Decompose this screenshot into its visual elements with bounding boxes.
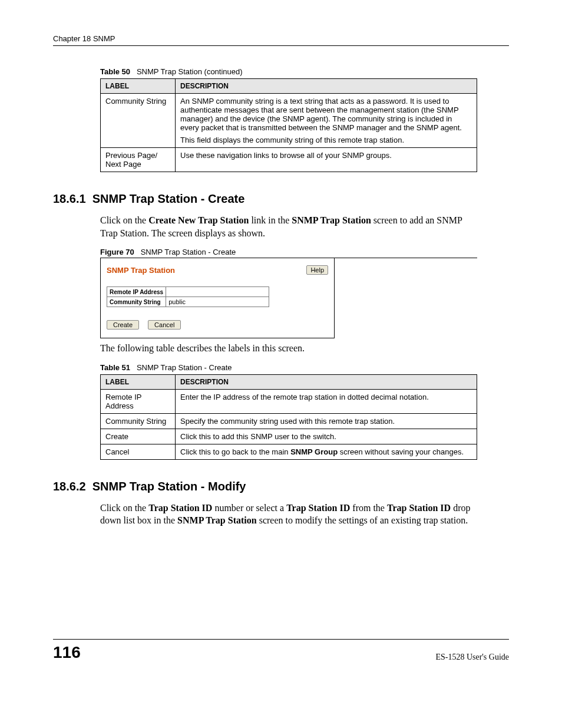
table51-caption: Table 51 SNMP Trap Station - Create: [100, 363, 509, 372]
table-row: Previous Page/ Next Page Use these navig…: [101, 148, 477, 172]
cell-desc: Click this to go back to the main SNMP G…: [176, 444, 477, 459]
cell-label: Remote IP Address: [101, 389, 176, 413]
table-row: Community String An SNMP community strin…: [101, 94, 477, 148]
cell-desc: Click this to add this SNMP user to the …: [176, 429, 477, 444]
cell-label: Previous Page/ Next Page: [101, 148, 176, 172]
figure70-caption: Figure 70 SNMP Trap Station - Create: [100, 248, 477, 258]
section2-paragraph: Click on the Trap Station ID number or s…: [100, 502, 477, 527]
table51-intro: The following table describes the labels…: [100, 342, 477, 355]
table-row: Community String Specify the community s…: [101, 413, 477, 429]
page-footer: 116 ES-1528 User's Guide: [53, 639, 509, 662]
table50: LABEL DESCRIPTION Community String An SN…: [100, 78, 477, 172]
cell-label: Create: [101, 429, 176, 444]
cell-desc: Enter the IP address of the remote trap …: [176, 389, 477, 413]
table-row: Create Click this to add this SNMP user …: [101, 429, 477, 444]
table50-caption: Table 50 SNMP Trap Station (continued): [100, 67, 509, 76]
table-header-row: LABEL DESCRIPTION: [101, 374, 477, 389]
cell-desc: Specify the community string used with t…: [176, 413, 477, 429]
table-header-row: LABEL DESCRIPTION: [101, 79, 477, 94]
screenshot-snmp-trap-station-create: SNMP Trap Station Help Remote IP Address…: [100, 258, 335, 338]
chapter-label: Chapter 18 SNMP: [53, 34, 115, 43]
th-label: LABEL: [101, 79, 176, 94]
label-remote-ip: Remote IP Address: [107, 287, 166, 297]
table-row: Cancel Click this to go back to the main…: [101, 444, 477, 459]
table-row: Remote IP Address Enter the IP address o…: [101, 389, 477, 413]
cell-desc: An SNMP community string is a text strin…: [176, 94, 477, 148]
create-button[interactable]: Create: [107, 320, 139, 330]
form-table: Remote IP Address Community String: [107, 286, 269, 307]
page-header: Chapter 18 SNMP: [53, 34, 509, 46]
cell-label: Cancel: [101, 444, 176, 459]
label-community-string: Community String: [107, 297, 166, 307]
cell-label: Community String: [101, 413, 176, 429]
section-heading-create: 18.6.1 SNMP Trap Station - Create: [53, 192, 509, 206]
help-button[interactable]: Help: [306, 265, 328, 275]
th-description: DESCRIPTION: [176, 374, 477, 389]
community-string-input[interactable]: [167, 298, 267, 306]
th-description: DESCRIPTION: [176, 79, 477, 94]
cell-label: Community String: [101, 94, 176, 148]
section1-paragraph: Click on the Create New Trap Station lin…: [100, 214, 477, 239]
remote-ip-input[interactable]: [167, 288, 267, 296]
table51: LABEL DESCRIPTION Remote IP Address Ente…: [100, 374, 477, 460]
th-label: LABEL: [101, 374, 176, 389]
guide-name: ES-1528 User's Guide: [435, 653, 509, 662]
cancel-button[interactable]: Cancel: [148, 320, 181, 330]
panel-title: SNMP Trap Station: [107, 266, 175, 275]
section-heading-modify: 18.6.2 SNMP Trap Station - Modify: [53, 480, 509, 493]
page-number: 116: [53, 643, 81, 662]
cell-desc: Use these navigation links to browse all…: [176, 148, 477, 172]
